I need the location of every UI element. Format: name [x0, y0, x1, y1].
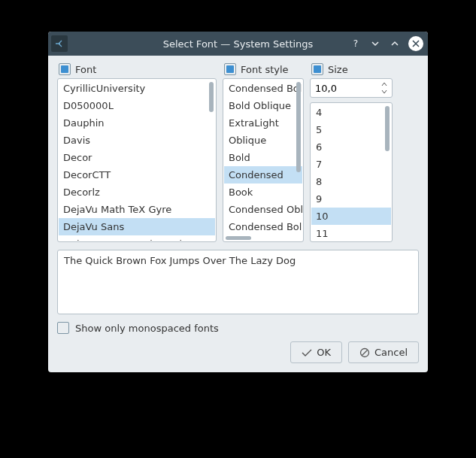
- size-checkbox[interactable]: [311, 63, 323, 75]
- list-item[interactable]: ExtraLight: [224, 114, 302, 132]
- monospace-label: Show only monospaced fonts: [75, 323, 219, 334]
- style-listbox[interactable]: Condensed BoldBold ObliqueExtraLightObli…: [223, 78, 304, 242]
- list-item[interactable]: 4: [311, 104, 391, 121]
- titlebar: Select Font — System Settings ?: [48, 32, 428, 56]
- monospace-checkbox[interactable]: [57, 322, 69, 334]
- list-item[interactable]: DejaVu Sans: [59, 218, 215, 235]
- list-item[interactable]: Bold Oblique: [224, 97, 302, 114]
- style-hscrollbar[interactable]: [226, 236, 296, 240]
- list-item[interactable]: CyrillicUniversity: [59, 80, 215, 97]
- list-item[interactable]: Decorlz: [59, 184, 215, 201]
- list-item[interactable]: DejaVu Sans Condensed: [59, 235, 215, 241]
- style-checkbox[interactable]: [224, 63, 236, 75]
- check-icon: [302, 348, 312, 357]
- list-item[interactable]: DecorCTT: [59, 166, 215, 184]
- list-item[interactable]: 10: [311, 208, 391, 225]
- list-item[interactable]: Condensed Oblique: [224, 201, 302, 218]
- list-item[interactable]: Oblique: [224, 132, 302, 149]
- cancel-label: Cancel: [374, 347, 408, 358]
- font-preview: The Quick Brown Fox Jumps Over The Lazy …: [57, 250, 419, 314]
- list-item[interactable]: 5: [311, 121, 391, 138]
- font-checkbox[interactable]: [59, 63, 71, 75]
- font-dialog: Select Font — System Settings ? Font: [48, 32, 428, 372]
- list-item[interactable]: DejaVu Math TeX Gyre: [59, 201, 215, 218]
- font-listbox[interactable]: CyrillicUniversityD050000LDauphinDavisDe…: [57, 78, 217, 242]
- close-icon[interactable]: [408, 36, 423, 51]
- preview-text: The Quick Brown Fox Jumps Over The Lazy …: [64, 255, 296, 266]
- list-item[interactable]: Book: [224, 184, 302, 201]
- list-item[interactable]: Condensed Bold Oblique: [224, 218, 302, 235]
- list-item[interactable]: Condensed Bold: [224, 80, 302, 97]
- list-item[interactable]: 9: [311, 190, 391, 208]
- cancel-button[interactable]: Cancel: [348, 341, 419, 363]
- list-item[interactable]: D050000L: [59, 97, 215, 114]
- ok-button[interactable]: OK: [290, 341, 342, 363]
- list-item[interactable]: Davis: [59, 132, 215, 149]
- cancel-icon: [359, 347, 370, 358]
- size-label: Size: [328, 64, 348, 75]
- app-icon: [51, 35, 68, 52]
- size-input[interactable]: [315, 83, 380, 94]
- list-item[interactable]: Decor: [59, 149, 215, 166]
- size-listbox[interactable]: 4567891011: [310, 102, 393, 242]
- size-step-up-icon[interactable]: [380, 80, 389, 88]
- size-scrollbar[interactable]: [385, 106, 390, 238]
- list-item[interactable]: 6: [311, 138, 391, 156]
- minimize-icon[interactable]: [369, 38, 381, 50]
- ok-label: OK: [317, 347, 331, 358]
- size-spinbox[interactable]: [310, 78, 393, 98]
- font-label: Font: [75, 64, 96, 75]
- size-step-down-icon[interactable]: [380, 88, 389, 96]
- dialog-content: Font CyrillicUniversityD050000LDauphinDa…: [48, 56, 428, 372]
- style-label: Font style: [241, 64, 289, 75]
- list-item[interactable]: 7: [311, 156, 391, 173]
- list-item[interactable]: Condensed: [224, 166, 302, 184]
- list-item[interactable]: Bold: [224, 149, 302, 166]
- font-scrollbar[interactable]: [209, 82, 214, 238]
- maximize-icon[interactable]: [389, 38, 401, 50]
- svg-text:?: ?: [353, 38, 358, 49]
- list-item[interactable]: 11: [311, 225, 391, 241]
- style-scrollbar[interactable]: [296, 82, 301, 238]
- list-item[interactable]: Dauphin: [59, 114, 215, 132]
- list-item[interactable]: 8: [311, 173, 391, 190]
- help-icon[interactable]: ?: [350, 38, 362, 50]
- svg-line-3: [362, 350, 367, 355]
